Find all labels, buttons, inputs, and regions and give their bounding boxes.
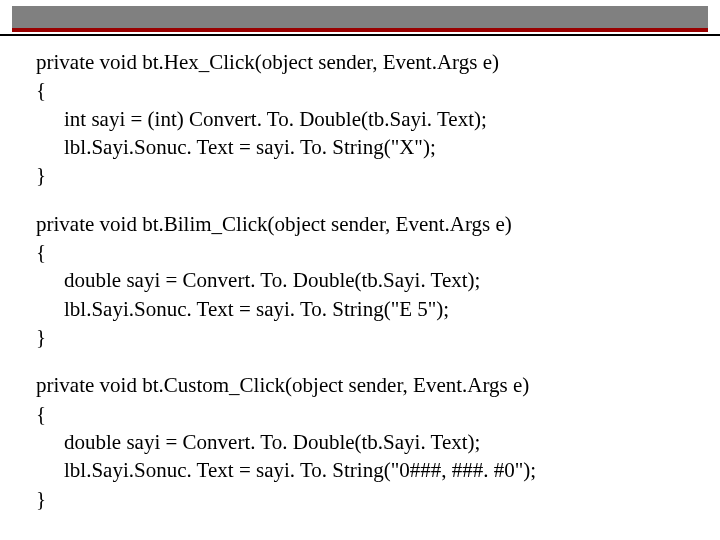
code-line: private void bt.Bilim_Click(object sende…: [36, 210, 684, 238]
slide-content: private void bt.Hex_Click(object sender,…: [0, 36, 720, 513]
code-line: lbl.Sayi.Sonuc. Text = sayi. To. String(…: [36, 456, 684, 484]
code-line: lbl.Sayi.Sonuc. Text = sayi. To. String(…: [36, 295, 684, 323]
code-method-custom: private void bt.Custom_Click(object send…: [36, 371, 684, 513]
code-line: }: [36, 323, 684, 351]
slide-title-bar: [12, 6, 708, 32]
code-line: double sayi = Convert. To. Double(tb.Say…: [36, 266, 684, 294]
code-line: private void bt.Custom_Click(object send…: [36, 371, 684, 399]
code-line: {: [36, 400, 684, 428]
code-line: {: [36, 76, 684, 104]
code-line: }: [36, 161, 684, 189]
code-line: double sayi = Convert. To. Double(tb.Say…: [36, 428, 684, 456]
code-line: lbl.Sayi.Sonuc. Text = sayi. To. String(…: [36, 133, 684, 161]
code-line: {: [36, 238, 684, 266]
code-line: int sayi = (int) Convert. To. Double(tb.…: [36, 105, 684, 133]
code-line: }: [36, 485, 684, 513]
code-method-hex: private void bt.Hex_Click(object sender,…: [36, 48, 684, 190]
code-method-bilim: private void bt.Bilim_Click(object sende…: [36, 210, 684, 352]
code-line: private void bt.Hex_Click(object sender,…: [36, 48, 684, 76]
